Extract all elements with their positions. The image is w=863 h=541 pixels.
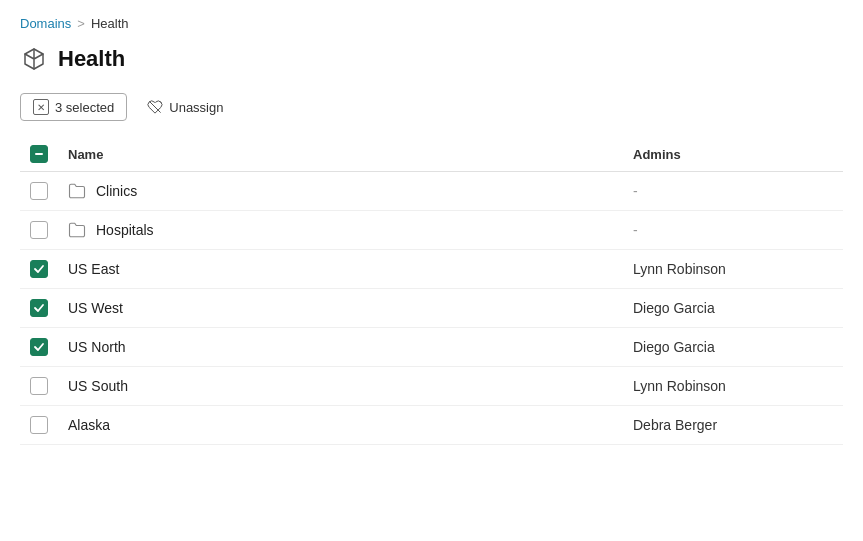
row-name-cell: US North	[58, 328, 623, 367]
selected-count-label: 3 selected	[55, 100, 114, 115]
row-checkbox-cell	[20, 211, 58, 250]
row-name-label: Alaska	[68, 417, 110, 433]
table-body: Clinics-Hospitals-US EastLynn RobinsonUS…	[20, 172, 843, 445]
row-name-label: US East	[68, 261, 119, 277]
row-admin-value: -	[633, 183, 638, 199]
checkbox-us-south[interactable]	[30, 377, 48, 395]
checkbox-alaska[interactable]	[30, 416, 48, 434]
table-row: US EastLynn Robinson	[20, 250, 843, 289]
row-admin-cell: Diego Garcia	[623, 289, 843, 328]
row-admin-cell: Debra Berger	[623, 406, 843, 445]
checkbox-clinics[interactable]	[30, 182, 48, 200]
clear-selection-icon: ✕	[33, 99, 49, 115]
row-name-label: US West	[68, 300, 123, 316]
row-name-cell: US West	[58, 289, 623, 328]
row-name-cell: US East	[58, 250, 623, 289]
cell-name-content: Alaska	[68, 417, 613, 433]
breadcrumb: Domains > Health	[20, 16, 843, 31]
row-name-label: Clinics	[96, 183, 137, 199]
table-row: US WestDiego Garcia	[20, 289, 843, 328]
check-icon	[33, 341, 45, 353]
breadcrumb-current: Health	[91, 16, 129, 31]
row-admin-cell: Diego Garcia	[623, 328, 843, 367]
header-checkbox-cell	[20, 137, 58, 172]
table-row: US NorthDiego Garcia	[20, 328, 843, 367]
row-name-cell: US South	[58, 367, 623, 406]
checkbox-hospitals[interactable]	[30, 221, 48, 239]
cell-name-content: Clinics	[68, 182, 613, 200]
page-title: Health	[58, 46, 125, 72]
domain-icon	[20, 45, 48, 73]
page-header: Health	[20, 45, 843, 73]
table-row: AlaskaDebra Berger	[20, 406, 843, 445]
row-name-label: US South	[68, 378, 128, 394]
domains-table: Name Admins Clinics-Hospitals-US EastLyn…	[20, 137, 843, 445]
table-header-row: Name Admins	[20, 137, 843, 172]
header-name: Name	[58, 137, 623, 172]
cell-name-content: US East	[68, 261, 613, 277]
row-admin-cell: -	[623, 172, 843, 211]
row-checkbox-cell	[20, 367, 58, 406]
unassign-label: Unassign	[169, 100, 223, 115]
row-admin-cell: Lynn Robinson	[623, 250, 843, 289]
breadcrumb-separator: >	[77, 16, 85, 31]
row-name-cell: Alaska	[58, 406, 623, 445]
row-checkbox-cell	[20, 328, 58, 367]
row-name-label: US North	[68, 339, 126, 355]
checkbox-us-east[interactable]	[30, 260, 48, 278]
svg-rect-1	[35, 153, 43, 155]
row-checkbox-cell	[20, 406, 58, 445]
table-row: Clinics-	[20, 172, 843, 211]
header-admins: Admins	[623, 137, 843, 172]
toolbar: ✕ 3 selected Unassign	[20, 93, 843, 121]
row-admin-value: Diego Garcia	[633, 339, 715, 355]
table-row: Hospitals-	[20, 211, 843, 250]
table-row: US SouthLynn Robinson	[20, 367, 843, 406]
cell-name-content: Hospitals	[68, 221, 613, 239]
cell-name-content: US West	[68, 300, 613, 316]
folder-icon	[68, 182, 86, 200]
select-all-checkbox[interactable]	[30, 145, 48, 163]
check-icon	[33, 263, 45, 275]
unassign-button[interactable]: Unassign	[139, 94, 231, 120]
row-admin-value: -	[633, 222, 638, 238]
checkbox-us-north[interactable]	[30, 338, 48, 356]
row-name-cell: Clinics	[58, 172, 623, 211]
selected-count-badge[interactable]: ✕ 3 selected	[20, 93, 127, 121]
row-checkbox-cell	[20, 250, 58, 289]
row-checkbox-cell	[20, 172, 58, 211]
indeterminate-icon	[33, 148, 45, 160]
row-admin-value: Debra Berger	[633, 417, 717, 433]
cell-name-content: US South	[68, 378, 613, 394]
row-name-cell: Hospitals	[58, 211, 623, 250]
folder-icon	[68, 221, 86, 239]
cell-name-content: US North	[68, 339, 613, 355]
row-admin-value: Lynn Robinson	[633, 378, 726, 394]
row-admin-value: Lynn Robinson	[633, 261, 726, 277]
row-checkbox-cell	[20, 289, 58, 328]
checkbox-us-west[interactable]	[30, 299, 48, 317]
breadcrumb-domains-link[interactable]: Domains	[20, 16, 71, 31]
unassign-icon	[147, 99, 163, 115]
row-admin-cell: Lynn Robinson	[623, 367, 843, 406]
check-icon	[33, 302, 45, 314]
row-admin-cell: -	[623, 211, 843, 250]
row-admin-value: Diego Garcia	[633, 300, 715, 316]
row-name-label: Hospitals	[96, 222, 154, 238]
